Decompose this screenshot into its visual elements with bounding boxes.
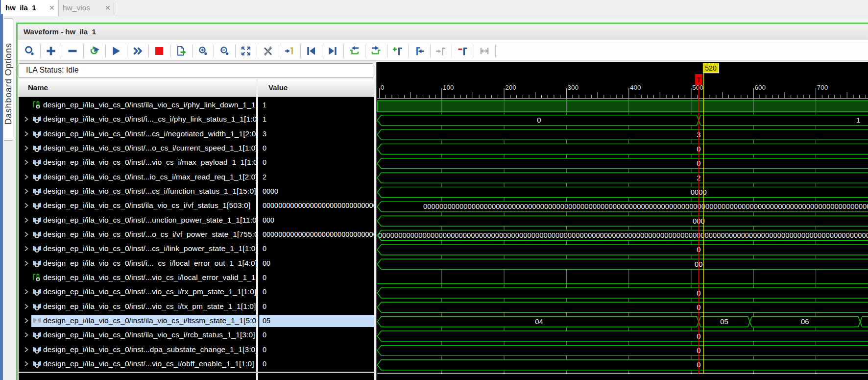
svg-text:400: 400 xyxy=(630,84,641,91)
svg-text:0: 0 xyxy=(381,84,385,91)
svg-text:500: 500 xyxy=(692,84,703,91)
svg-text:700: 700 xyxy=(817,84,828,91)
svg-text:300: 300 xyxy=(568,84,579,91)
svg-text:05: 05 xyxy=(720,318,728,326)
svg-text:06: 06 xyxy=(801,318,809,326)
svg-text:T: T xyxy=(697,76,701,84)
svg-text:04: 04 xyxy=(535,318,543,326)
svg-text:1: 1 xyxy=(856,116,860,124)
svg-text:520: 520 xyxy=(705,64,717,72)
svg-text:600: 600 xyxy=(755,84,766,91)
svg-text:000000000000000000000000000000: 0000000000000000000000000000000000000000… xyxy=(423,203,868,210)
svg-text:000000000000000000000000000000: 0000000000000000000000000000000000000000… xyxy=(378,231,868,239)
svg-text:200: 200 xyxy=(505,84,516,91)
svg-text:100: 100 xyxy=(443,84,454,91)
svg-text:0: 0 xyxy=(537,116,541,124)
